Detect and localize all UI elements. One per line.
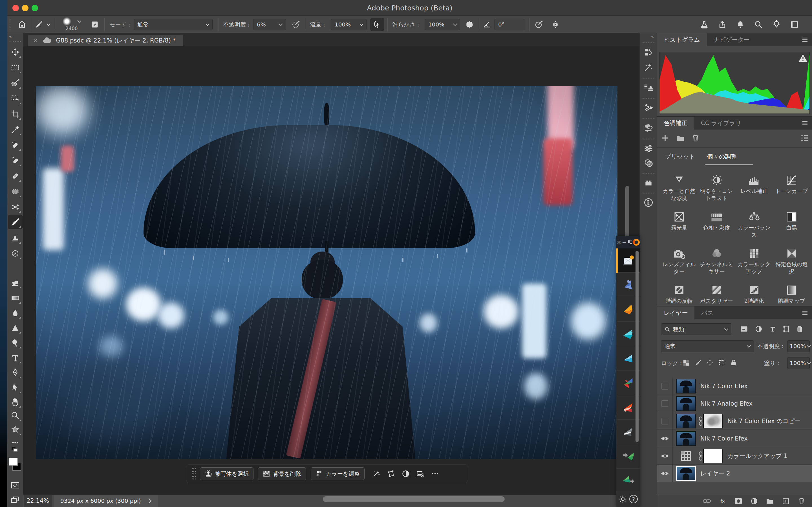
histogram-warning-icon[interactable] [798, 54, 808, 62]
new-adjustment-layer-button[interactable] [748, 496, 760, 507]
panel-menu-icon[interactable] [801, 117, 809, 129]
transform-button[interactable] [384, 467, 398, 480]
panel-history[interactable] [641, 45, 656, 59]
adjustment-hue-saturation[interactable]: 色相・彩度 [698, 209, 735, 231]
tab-histogram[interactable]: ヒストグラム [657, 33, 707, 46]
layer-visibility-toggle[interactable] [657, 395, 673, 412]
panel-properties[interactable] [641, 142, 656, 156]
mask-link-icon[interactable] [698, 416, 703, 426]
layer-row[interactable]: カラールックアップ 1 [657, 447, 812, 465]
color-lookup-layer-icon[interactable] [676, 449, 696, 463]
crop-tool[interactable] [8, 107, 22, 121]
layer-style-button[interactable]: fx [717, 496, 728, 507]
opacity-select[interactable]: 6% [253, 19, 286, 30]
generate-button[interactable] [369, 467, 384, 480]
tab-navigator[interactable]: ナビゲーター [707, 33, 756, 46]
layer-visibility-toggle[interactable] [657, 447, 673, 465]
selection-brush-tool[interactable] [8, 76, 22, 90]
layer-thumbnail[interactable] [676, 396, 696, 411]
layer-thumbnail[interactable] [676, 414, 696, 429]
type-tool[interactable] [8, 351, 22, 365]
minimize-icon[interactable]: − [622, 239, 627, 245]
nik-tool-sharpener[interactable] [616, 469, 640, 491]
layer-opacity-field[interactable]: 100% [787, 340, 810, 352]
panel-clone-source[interactable] [641, 80, 656, 95]
adjustment-channel-mixer[interactable]: チャンネルミキサー [698, 245, 735, 275]
layer-name[interactable]: Nik 7 Color Efex [700, 383, 748, 390]
panel-menu-icon[interactable] [801, 306, 809, 320]
remove-tool[interactable] [8, 154, 22, 168]
symmetry-button[interactable] [549, 18, 562, 31]
sharpen-tool[interactable] [8, 321, 22, 335]
add-mask-button[interactable] [732, 496, 744, 507]
dodge-tool[interactable] [8, 336, 22, 350]
pen-tool[interactable] [8, 365, 22, 380]
gradient-tool[interactable] [8, 291, 22, 305]
select-subject-button[interactable]: 被写体を選択 [200, 467, 253, 480]
adjustment-invert[interactable]: 階調の反転 [660, 282, 698, 304]
marquee-tool[interactable] [8, 61, 22, 75]
spot-healing-brush-tool[interactable] [8, 138, 22, 152]
settings-grid-icon[interactable] [627, 240, 632, 245]
hand-tool[interactable] [8, 395, 22, 409]
layer-name[interactable]: カラールックアップ 1 [727, 452, 788, 460]
share-button[interactable] [716, 18, 729, 31]
color-swatches[interactable] [8, 455, 22, 476]
close-icon[interactable]: × [617, 239, 621, 245]
adjustment-color-lookup[interactable]: カラールックアップ [735, 245, 773, 275]
layer-name[interactable]: レイヤー 2 [700, 469, 730, 477]
adjustment-color-balance[interactable]: カラーバランス [735, 209, 773, 238]
add-image-button[interactable] [413, 467, 428, 480]
quick-mask-button[interactable] [8, 478, 22, 492]
size-pressure-button[interactable] [532, 18, 546, 31]
home-button[interactable] [15, 18, 29, 31]
adjust-color-button[interactable]: カラーを調整 [311, 467, 364, 480]
search-button[interactable] [752, 18, 765, 31]
blur-tool[interactable] [8, 306, 22, 320]
filter-smart-objects-button[interactable] [794, 323, 806, 335]
flow-select[interactable]: 100% [331, 19, 366, 30]
blend-mode-select[interactable]: 通常 [134, 19, 213, 30]
adjustment-curves[interactable]: トーンカーブ [773, 172, 810, 194]
smoothing-select[interactable]: 100% [424, 19, 460, 30]
default-colors-button[interactable] [8, 445, 22, 455]
filter-type-layers-button[interactable] [767, 323, 779, 335]
adjustment-color-vibrance[interactable]: カラーと自然な彩度 [660, 172, 698, 202]
zoom-tool[interactable] [8, 408, 22, 422]
panel-styles[interactable] [641, 156, 656, 170]
eraser-tool[interactable] [8, 276, 22, 290]
lock-artboard-button[interactable] [717, 357, 727, 369]
panel-plugins[interactable] [641, 176, 656, 190]
adjustment-selective-color[interactable]: 特定色域の選択 [773, 245, 810, 275]
object-selection-tool[interactable] [8, 92, 22, 106]
brush-angle-input[interactable]: 0° [495, 19, 524, 30]
layer-filter-select[interactable]: 種類 [661, 323, 731, 335]
document-tab[interactable]: × G88.psdc @ 22.1% (レイヤー 2, RGB/8) * [28, 35, 183, 46]
filter-pixel-layers-button[interactable] [738, 323, 750, 335]
link-layers-button[interactable] [701, 496, 713, 507]
tab-individual-adjustments[interactable]: 個々の調整 [707, 153, 737, 161]
layer-visibility-toggle[interactable] [657, 412, 673, 430]
brush-tool[interactable] [8, 215, 22, 229]
panel-remote-connections[interactable] [641, 121, 656, 135]
new-layer-button[interactable] [780, 496, 792, 507]
adjustments-list-view-button[interactable] [799, 132, 810, 144]
remove-background-button[interactable]: 背景を削除 [258, 467, 306, 480]
more-options-button[interactable] [428, 467, 442, 480]
toolbar-expand-icon[interactable]: » [9, 34, 12, 40]
adjustment-black-white[interactable]: 白黒 [773, 209, 810, 231]
healing-brush-tool[interactable] [8, 169, 22, 183]
adjustment-levels[interactable]: レベル補正 [735, 172, 773, 194]
adjustment-threshold[interactable]: 2階調化 [735, 282, 773, 304]
airbrush-toggle-button[interactable] [370, 18, 384, 31]
collapse-panels-icon[interactable]: « [651, 34, 654, 39]
layer-thumbnail[interactable] [676, 379, 696, 393]
smoothing-options-button[interactable] [463, 18, 476, 31]
lock-pixels-button[interactable] [693, 357, 703, 369]
star-tool[interactable] [8, 422, 22, 437]
delete-layer-button[interactable] [796, 496, 808, 507]
filter-shape-layers-button[interactable] [780, 323, 792, 335]
lock-transparency-button[interactable] [681, 357, 691, 369]
tab-cc-libraries[interactable]: CC ライブラリ [694, 117, 748, 129]
mask-link-icon[interactable] [698, 451, 703, 461]
